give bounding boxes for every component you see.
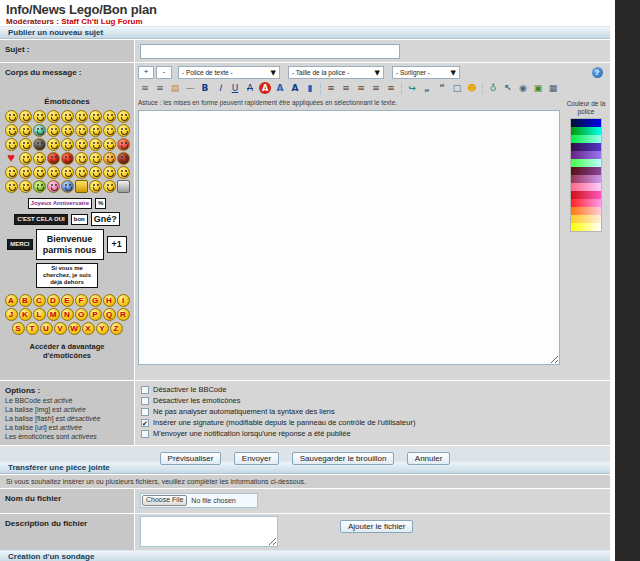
emoticon-plain[interactable] xyxy=(103,110,116,123)
emoticon-devil[interactable] xyxy=(47,152,60,165)
color-swatch-row[interactable] xyxy=(571,191,601,199)
option-checkbox-row[interactable]: M'envoyer une notification lorsqu'une ré… xyxy=(141,429,604,438)
align-clear-icon[interactable]: ≡ xyxy=(384,81,398,95)
checkbox[interactable] xyxy=(141,386,149,394)
highlight-block-icon[interactable]: ▮ xyxy=(303,81,317,95)
sign-emoticon[interactable]: bon xyxy=(71,214,88,225)
color-swatch-row[interactable] xyxy=(571,119,601,127)
emoticon-plain[interactable] xyxy=(89,138,102,151)
color-swatch-row[interactable] xyxy=(571,167,601,175)
emoticon-trophy-gold[interactable] xyxy=(75,180,88,193)
color-swatch-row[interactable] xyxy=(571,223,601,231)
emoticon-plain[interactable] xyxy=(19,180,32,193)
sign-emoticon[interactable]: Bienvenue parmis nous xyxy=(36,229,104,260)
link-icon[interactable]: ↪ xyxy=(405,81,419,95)
subject-input[interactable] xyxy=(140,44,400,59)
emoticon-teal[interactable] xyxy=(33,124,46,137)
highlight-select[interactable]: - Surligner -▼ xyxy=(392,66,460,79)
font-size-select[interactable]: - Taille de la police -▼ xyxy=(288,66,384,79)
font-color-navy-icon[interactable]: A xyxy=(288,81,302,95)
emoticon-plain[interactable] xyxy=(19,166,32,179)
film-icon[interactable]: ▦ xyxy=(546,81,560,95)
emoticon-plain[interactable] xyxy=(117,110,130,123)
file-input[interactable]: Choose File No file chosen xyxy=(140,493,258,508)
emoticon-plain[interactable] xyxy=(89,152,102,165)
align-left-icon[interactable]: ≡ xyxy=(324,81,338,95)
letter-emoticon-Z[interactable]: Z xyxy=(110,322,123,335)
more-emoticons-link[interactable]: Accéder à davantage d'émoticônes xyxy=(5,342,129,360)
emoticon-orange[interactable] xyxy=(103,152,116,165)
emoticon-plain[interactable] xyxy=(33,110,46,123)
letter-emoticon-Q[interactable]: Q xyxy=(103,308,116,321)
add-file-button[interactable]: Ajouter le fichier xyxy=(340,520,413,533)
emoticon-dark[interactable] xyxy=(33,138,46,151)
emoticon-plain[interactable] xyxy=(47,166,60,179)
quote-close-icon[interactable]: “ xyxy=(435,81,449,95)
italic-icon[interactable]: I xyxy=(213,81,227,95)
checkbox[interactable] xyxy=(141,397,149,405)
color-swatch-row[interactable] xyxy=(571,127,601,135)
bold-icon[interactable]: B xyxy=(198,81,212,95)
letter-emoticon-W[interactable]: W xyxy=(68,322,81,335)
color-swatch-row[interactable] xyxy=(571,215,601,223)
sign-emoticon[interactable]: MERCI xyxy=(7,239,32,250)
font-size-increase-button[interactable]: + xyxy=(138,66,154,79)
option-checkbox-row[interactable]: Désactiver le BBCode xyxy=(141,385,604,394)
emoticon-plain[interactable] xyxy=(103,166,116,179)
message-textarea[interactable] xyxy=(138,110,560,365)
emoticon-plain[interactable] xyxy=(89,166,102,179)
cursor-icon[interactable]: ↖ xyxy=(501,81,515,95)
align-justify-icon[interactable]: ≡ xyxy=(369,81,383,95)
quote-open-icon[interactable]: „ xyxy=(420,81,434,95)
letter-emoticon-G[interactable]: G xyxy=(89,294,102,307)
emoticon-plain[interactable] xyxy=(75,124,88,137)
color-swatch-row[interactable] xyxy=(571,143,601,151)
sign-emoticon[interactable]: Si vous me cherchez, je suis déjà dehors xyxy=(36,263,98,288)
emoticon-plain[interactable] xyxy=(33,166,46,179)
sign-emoticon[interactable]: % xyxy=(95,198,106,209)
camera-icon[interactable]: ◉ xyxy=(516,81,530,95)
align-right-icon[interactable]: ≡ xyxy=(354,81,368,95)
emoticon-plain[interactable] xyxy=(19,138,32,151)
checkbox[interactable] xyxy=(141,408,149,416)
letter-emoticon-C[interactable]: C xyxy=(33,294,46,307)
emoticon-plain[interactable] xyxy=(75,110,88,123)
letter-emoticon-T[interactable]: T xyxy=(26,322,39,335)
font-family-select[interactable]: - Police de texte -▼ xyxy=(178,66,280,79)
save-draft-button[interactable]: Sauvegarder le brouillon xyxy=(292,452,395,465)
help-icon[interactable]: ? xyxy=(592,67,603,78)
horizontal-rule-icon[interactable]: — xyxy=(183,81,197,95)
emoticon-plain[interactable] xyxy=(47,124,60,137)
letter-emoticon-M[interactable]: M xyxy=(47,308,60,321)
letter-emoticon-E[interactable]: E xyxy=(61,294,74,307)
emoticon-devil[interactable] xyxy=(61,152,74,165)
unordered-list-icon[interactable]: ≡ xyxy=(138,81,152,95)
sign-emoticon[interactable]: Gné? xyxy=(91,212,120,226)
sign-emoticon[interactable]: Joyeux Anniversaire xyxy=(28,198,92,209)
emoticon-plain[interactable] xyxy=(19,110,32,123)
cancel-button[interactable]: Annuler xyxy=(407,452,451,465)
color-swatch-row[interactable] xyxy=(571,151,601,159)
emoticon-plain[interactable] xyxy=(5,124,18,137)
sign-emoticon[interactable]: +1 xyxy=(107,236,127,252)
option-checkbox-row[interactable]: Désactiver les émoticônes xyxy=(141,396,604,405)
checkbox[interactable] xyxy=(141,430,149,438)
emoticon-plain[interactable] xyxy=(75,138,88,151)
letter-emoticon-F[interactable]: F xyxy=(75,294,88,307)
emoticon-plain[interactable] xyxy=(5,110,18,123)
color-swatch-row[interactable] xyxy=(571,207,601,215)
ordered-list-icon[interactable]: ≡ xyxy=(153,81,167,95)
option-checkbox-row[interactable]: ✔Insérer une signature (modifiable depui… xyxy=(141,418,604,427)
emoticon-plain[interactable] xyxy=(75,166,88,179)
strikethrough-icon[interactable]: A xyxy=(243,81,257,95)
emoticon-plain[interactable] xyxy=(89,124,102,137)
checkbox-checked[interactable]: ✔ xyxy=(141,419,149,427)
emoticon-plain[interactable] xyxy=(89,110,102,123)
letter-emoticon-S[interactable]: S xyxy=(12,322,25,335)
file-description-textarea[interactable] xyxy=(140,516,278,547)
emoticon-plain[interactable] xyxy=(5,166,18,179)
font-size-decrease-button[interactable]: - xyxy=(156,66,172,79)
letter-emoticon-A[interactable]: A xyxy=(5,294,18,307)
user-link-icon[interactable]: ♁ xyxy=(486,81,500,95)
emoticon-plain[interactable] xyxy=(19,152,32,165)
